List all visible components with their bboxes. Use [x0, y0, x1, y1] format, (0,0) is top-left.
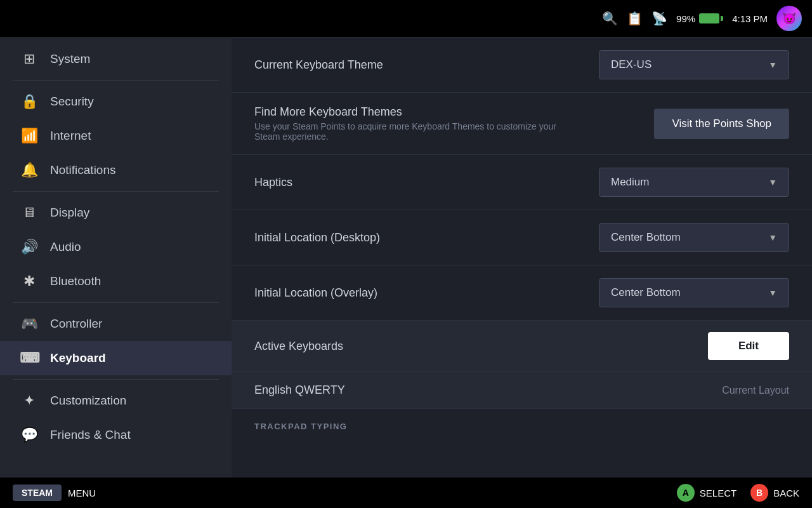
bottom-controls: A SELECT B BACK	[677, 484, 799, 502]
downloads-icon[interactable]: 📋	[627, 11, 643, 26]
sidebar: ⊞ System 🔒 Security 📶 Internet 🔔 Notific…	[0, 37, 232, 478]
trackpad-typing-header: TRACKPAD TYPING	[232, 409, 812, 438]
content-area: Current Keyboard Theme DEX-US ▼ Find Mor…	[232, 37, 812, 478]
notifications-icon: 🔔	[20, 162, 39, 178]
sidebar-label-controller: Controller	[50, 317, 102, 331]
sidebar-item-internet[interactable]: 📶 Internet	[0, 119, 232, 153]
keyboard-theme-arrow: ▼	[768, 60, 777, 70]
initial-location-overlay-label: Initial Location (Overlay)	[254, 286, 377, 300]
sidebar-label-audio: Audio	[50, 240, 81, 254]
initial-location-overlay-value: Center Bottom	[611, 286, 681, 299]
initial-location-overlay-arrow: ▼	[768, 288, 777, 298]
bluetooth-icon: ✱	[20, 273, 39, 290]
avatar[interactable]: 😈	[776, 6, 802, 31]
sidebar-label-friends: Friends & Chat	[50, 428, 131, 442]
current-layout-label: Current Layout	[722, 385, 789, 396]
haptics-value: Medium	[611, 176, 649, 189]
initial-location-desktop-dropdown[interactable]: Center Bottom ▼	[599, 223, 789, 252]
english-qwerty-row: English QWERTY Current Layout	[232, 372, 812, 409]
a-badge: A	[677, 484, 695, 502]
sidebar-item-system[interactable]: ⊞ System	[0, 42, 232, 76]
sidebar-label-customization: Customization	[50, 394, 126, 408]
controller-icon: 🎮	[20, 316, 39, 332]
edit-button[interactable]: Edit	[708, 332, 789, 360]
active-keyboards-label: Active Keyboards	[254, 340, 343, 353]
keyboard-theme-value: DEX-US	[611, 58, 652, 71]
time-display: 4:13 PM	[732, 13, 768, 24]
sidebar-label-internet: Internet	[50, 129, 91, 143]
haptics-arrow: ▼	[768, 177, 777, 187]
visit-shop-button[interactable]: Visit the Points Shop	[654, 109, 789, 139]
steam-menu: STEAM MENU	[13, 485, 96, 501]
sidebar-divider-4	[13, 379, 219, 380]
sidebar-item-display[interactable]: 🖥 Display	[0, 196, 232, 230]
top-bar: 🔍 📋 📡 99% 4:13 PM 😈	[0, 0, 812, 37]
find-more-row: Find More Keyboard Themes Use your Steam…	[232, 93, 812, 155]
initial-location-desktop-arrow: ▼	[768, 232, 777, 243]
main-layout: ⊞ System 🔒 Security 📶 Internet 🔔 Notific…	[0, 37, 812, 478]
security-icon: 🔒	[20, 93, 39, 110]
battery-icon	[699, 13, 723, 23]
initial-location-desktop-label: Initial Location (Desktop)	[254, 231, 380, 244]
keyboard-theme-dropdown[interactable]: DEX-US ▼	[599, 50, 789, 79]
battery-info: 99%	[676, 13, 723, 24]
initial-location-overlay-dropdown[interactable]: Center Bottom ▼	[599, 278, 789, 307]
battery-percentage: 99%	[676, 13, 695, 24]
initial-location-desktop-row: Initial Location (Desktop) Center Bottom…	[232, 210, 812, 265]
bottom-bar: STEAM MENU A SELECT B BACK	[0, 478, 812, 508]
haptics-label: Haptics	[254, 176, 292, 189]
friends-icon: 💬	[20, 427, 39, 443]
active-keyboards-row: Active Keyboards Edit	[232, 321, 812, 372]
back-control: B BACK	[750, 484, 799, 502]
select-label: SELECT	[700, 488, 737, 498]
back-label: BACK	[773, 488, 799, 498]
initial-location-overlay-row: Initial Location (Overlay) Center Bottom…	[232, 265, 812, 321]
sidebar-label-bluetooth: Bluetooth	[50, 274, 101, 288]
sidebar-item-controller[interactable]: 🎮 Controller	[0, 307, 232, 341]
sidebar-item-friends[interactable]: 💬 Friends & Chat	[0, 418, 232, 452]
sidebar-divider-1	[13, 80, 219, 81]
steam-button[interactable]: STEAM	[13, 485, 62, 501]
sidebar-divider-3	[13, 302, 219, 303]
customization-icon: ✦	[20, 392, 39, 409]
wifi-icon[interactable]: 📡	[652, 11, 667, 26]
sidebar-item-bluetooth[interactable]: ✱ Bluetooth	[0, 264, 232, 298]
haptics-row: Haptics Medium ▼	[232, 155, 812, 210]
sidebar-item-security[interactable]: 🔒 Security	[0, 84, 232, 119]
display-icon: 🖥	[20, 204, 39, 221]
internet-icon: 📶	[20, 128, 39, 144]
sidebar-item-audio[interactable]: 🔊 Audio	[0, 230, 232, 264]
keyboard-theme-row: Current Keyboard Theme DEX-US ▼	[232, 37, 812, 93]
sidebar-divider-2	[13, 191, 219, 192]
select-control: A SELECT	[677, 484, 737, 502]
initial-location-desktop-value: Center Bottom	[611, 231, 681, 244]
sidebar-label-security: Security	[50, 95, 94, 109]
keyboard-icon: ⌨	[20, 350, 39, 366]
menu-label: MENU	[68, 488, 96, 498]
search-icon[interactable]: 🔍	[602, 11, 618, 26]
english-qwerty-label: English QWERTY	[254, 384, 345, 397]
sidebar-label-notifications: Notifications	[50, 163, 116, 177]
system-icon: ⊞	[20, 51, 39, 67]
sidebar-label-system: System	[50, 52, 90, 66]
sidebar-item-keyboard[interactable]: ⌨ Keyboard	[0, 341, 232, 375]
audio-icon: 🔊	[20, 239, 39, 255]
sidebar-item-notifications[interactable]: 🔔 Notifications	[0, 153, 232, 187]
sidebar-item-customization[interactable]: ✦ Customization	[0, 384, 232, 418]
find-more-content: Find More Keyboard Themes Use your Steam…	[254, 105, 584, 142]
keyboard-theme-label: Current Keyboard Theme	[254, 58, 383, 72]
b-badge: B	[750, 484, 768, 502]
haptics-dropdown[interactable]: Medium ▼	[599, 168, 789, 197]
find-more-label: Find More Keyboard Themes	[254, 105, 584, 119]
steam-points-desc: Use your Steam Points to acquire more Ke…	[254, 121, 584, 142]
sidebar-label-keyboard: Keyboard	[50, 351, 106, 365]
sidebar-label-display: Display	[50, 206, 89, 220]
